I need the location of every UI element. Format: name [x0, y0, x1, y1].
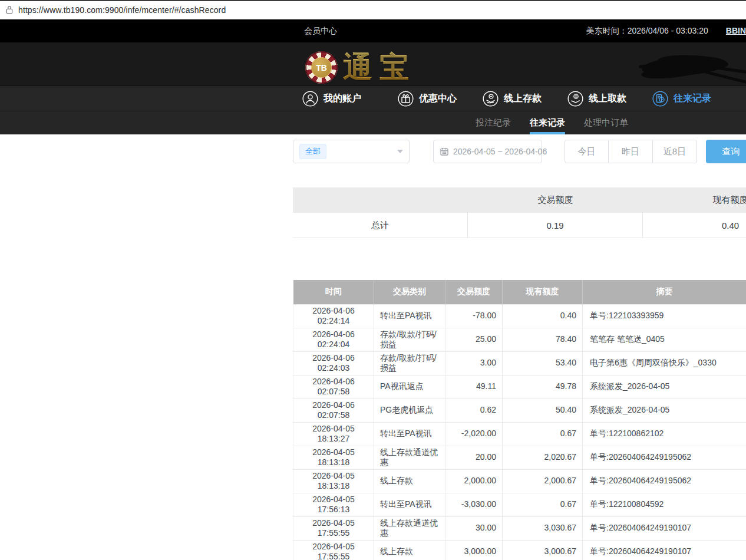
table-cell: 线上存款通道优惠: [374, 516, 445, 540]
table-cell: 2026-04-06 02:07:58: [293, 398, 374, 422]
nav-item-cash-record[interactable]: 往来记录: [652, 91, 711, 107]
poker-chip-icon: TB: [305, 51, 338, 84]
chip-tb-label: TB: [311, 57, 332, 78]
table-cell: 2026-04-05 18:13:18: [293, 469, 374, 493]
table-cell: 78.40: [503, 328, 583, 351]
table-cell: -3,030.00: [445, 493, 503, 516]
summary-header-transaction: 交易额度: [468, 187, 643, 213]
nav-item-online-deposit[interactable]: 线上存款: [483, 91, 542, 107]
table-cell: 单号:122100804592: [583, 493, 746, 516]
table-cell: 3,030.67: [503, 516, 583, 540]
today-button[interactable]: 今日: [565, 140, 609, 163]
table-cell: 单号:202604064249190107: [583, 516, 746, 540]
last8days-button[interactable]: 近8日: [653, 140, 697, 163]
tab-processing-orders[interactable]: 处理中订单: [584, 111, 628, 134]
table-cell: 2,000.00: [445, 469, 503, 493]
table-cell: 系统派发_2026-04-05: [583, 375, 746, 398]
site-logo[interactable]: TB 通宝: [305, 48, 416, 87]
url-text[interactable]: https://www.tb190.com:9900/infe/mcenter/…: [18, 5, 226, 15]
nav-item-online-withdraw[interactable]: 线上取款: [567, 91, 626, 107]
user-icon: [302, 91, 318, 107]
date-range-value: 2026-04-05 ~ 2026-04-06: [453, 147, 547, 156]
table-cell: 30.00: [445, 516, 503, 540]
search-button[interactable]: 查询: [706, 140, 746, 163]
header-balance: 现有额度: [503, 280, 583, 304]
table-cell: 线上存款: [374, 540, 445, 560]
table-cell: 单号:202604064249195062: [583, 469, 746, 493]
table-cell: -2,020.00: [445, 422, 503, 446]
nav-item-my-account[interactable]: 我的账户: [302, 91, 361, 107]
selected-category-tag[interactable]: 全部: [299, 144, 326, 159]
table-cell: PA视讯返点: [374, 375, 445, 398]
table-cell: 2026-04-05 17:55:55: [293, 540, 374, 560]
summary-total-row: 总计 0.19 0.40: [293, 213, 746, 238]
table-cell: 存款/取款/打码/损益: [374, 351, 445, 375]
table-cell: 转出至PA视讯: [374, 304, 445, 328]
table-cell: -78.00: [445, 304, 503, 328]
header-time: 时间: [293, 280, 374, 304]
us-eastern-time: 美东时间：2026/04/06 - 03:03:20: [586, 26, 708, 37]
chevron-down-icon: [397, 150, 403, 153]
table-cell: 笔笔存 笔笔送_0405: [583, 328, 746, 351]
transactions-body: 2026-04-06 02:24:14转出至PA视讯-78.000.40单号:1…: [293, 304, 746, 560]
table-cell: 25.00: [445, 328, 503, 351]
table-cell: 单号:122100862102: [583, 422, 746, 446]
summary-header-balance: 现有额度: [643, 187, 746, 213]
summary-header-row: 交易额度 现有额度: [293, 187, 746, 213]
table-cell: 0.62: [445, 398, 503, 422]
withdraw-icon: [567, 91, 583, 107]
date-range-input[interactable]: 2026-04-05 ~ 2026-04-06: [433, 140, 542, 163]
table-cell: 系统派发_2026-04-05: [583, 398, 746, 422]
table-row: 2026-04-05 17:55:55线上存款3,000.003,000.67单…: [293, 540, 746, 560]
yesterday-button[interactable]: 昨日: [609, 140, 653, 163]
lock-icon: [5, 5, 14, 15]
table-cell: 2026-04-05 17:56:13: [293, 493, 374, 516]
tab-cash-records[interactable]: 往来记录: [530, 111, 565, 134]
logo-bar: TB 通宝: [0, 42, 746, 85]
nav-label: 往来记录: [674, 93, 711, 105]
table-row: 2026-04-05 18:13:27转出至PA视讯-2,020.000.67单…: [293, 422, 746, 446]
member-center-label: 会员中心: [304, 26, 337, 37]
calendar-icon: [440, 147, 449, 156]
category-select[interactable]: 全部: [293, 140, 410, 163]
table-cell: 49.11: [445, 375, 503, 398]
redaction-scribble: [628, 50, 746, 85]
deposit-icon: [483, 91, 499, 107]
table-row: 2026-04-06 02:24:03存款/取款/打码/损益3.0053.40电…: [293, 351, 746, 375]
table-cell: 转出至PA视讯: [374, 422, 445, 446]
table-cell: 3,000.00: [445, 540, 503, 560]
nav-label: 线上存款: [504, 93, 542, 105]
table-row: 2026-04-06 02:24:04存款/取款/打码/损益25.0078.40…: [293, 328, 746, 351]
table-cell: 单号:122103393959: [583, 304, 746, 328]
browser-address-bar[interactable]: https://www.tb190.com:9900/infe/mcenter/…: [0, 0, 746, 19]
table-cell: 2026-04-06 02:07:58: [293, 375, 374, 398]
table-cell: 53.40: [503, 351, 583, 375]
table-cell: 2026-04-06 02:24:14: [293, 304, 374, 328]
table-row: 2026-04-05 18:13:18线上存款通道优惠20.002,020.67…: [293, 446, 746, 469]
bbin-link[interactable]: BBIN资: [726, 26, 746, 37]
table-cell: 2026-04-05 17:55:55: [293, 516, 374, 540]
table-row: 2026-04-06 02:07:58PG老虎机返点0.6250.40系统派发_…: [293, 398, 746, 422]
table-cell: 电子第6惠《周周双倍快乐》_0330: [583, 351, 746, 375]
nav-item-promotions[interactable]: 优惠中心: [398, 91, 457, 107]
table-cell: 50.40: [503, 398, 583, 422]
table-cell: 2026-04-05 18:13:27: [293, 422, 374, 446]
tab-betting-records[interactable]: 投注纪录: [476, 111, 511, 134]
table-row: 2026-04-05 18:13:18线上存款2,000.002,000.67单…: [293, 469, 746, 493]
table-cell: 转出至PA视讯: [374, 493, 445, 516]
table-cell: 2026-04-06 02:24:03: [293, 351, 374, 375]
table-cell: 2026-04-05 18:13:18: [293, 446, 374, 469]
header-summary: 摘要: [583, 280, 746, 304]
table-cell: 单号:202604064249190107: [583, 540, 746, 560]
nav-label: 我的账户: [324, 93, 361, 105]
summary-balance-total: 0.40: [643, 213, 746, 238]
brand-name: 通宝: [343, 48, 416, 87]
table-cell: 存款/取款/打码/损益: [374, 328, 445, 351]
table-cell: 20.00: [445, 446, 503, 469]
gift-icon: [398, 91, 414, 107]
table-row: 2026-04-06 02:07:58PA视讯返点49.1149.78系统派发_…: [293, 375, 746, 398]
table-cell: 单号:202604064249195062: [583, 446, 746, 469]
table-header-row: 时间 交易类别 交易额度 现有额度 摘要: [293, 280, 746, 304]
summary-total-label: 总计: [293, 213, 468, 238]
table-row: 2026-04-05 17:55:55线上存款通道优惠30.003,030.67…: [293, 516, 746, 540]
